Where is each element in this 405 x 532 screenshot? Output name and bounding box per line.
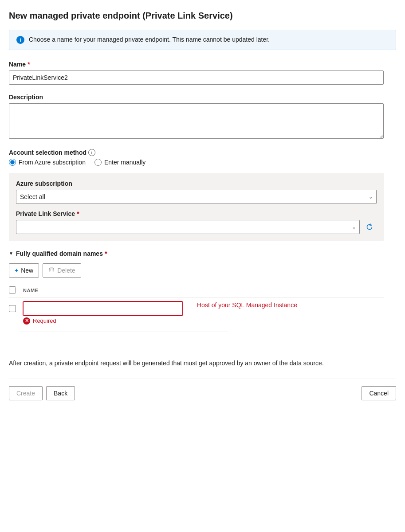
private-link-service-select-wrapper: ⌄	[16, 220, 360, 234]
azure-subscription-section: Azure subscription Select all ⌄ Private …	[9, 173, 384, 241]
radio-enter-manually-label: Enter manually	[104, 159, 145, 166]
cancel-button[interactable]: Cancel	[362, 386, 396, 400]
name-required-star: *	[28, 61, 30, 68]
required-error-text: Required	[33, 317, 56, 324]
plus-icon: +	[15, 267, 18, 274]
radio-from-azure[interactable]: From Azure subscription	[9, 159, 86, 166]
host-hint-text: Host of your SQL Managed Instance	[197, 301, 297, 309]
description-label: Description	[9, 94, 396, 101]
error-icon: ✕	[23, 317, 30, 325]
row-divider	[20, 332, 228, 332]
row-input-wrapper: Host of your SQL Managed Instance	[23, 301, 384, 316]
fqdn-toolbar: + New Delete	[9, 263, 396, 278]
private-link-service-label: Private Link Service *	[16, 210, 377, 217]
account-selection-radio-group: From Azure subscription Enter manually	[9, 159, 396, 166]
footer-note: After creation, a private endpoint reque…	[9, 359, 384, 368]
fqdn-table: NAME Host of your SQL Managed Instance ✕…	[9, 284, 384, 332]
table-select-all-checkbox[interactable]	[9, 286, 16, 293]
row-content: Host of your SQL Managed Instance ✕ Requ…	[23, 301, 384, 325]
azure-subscription-select-wrapper: Select all ⌄	[16, 190, 377, 204]
error-row: ✕ Required	[23, 317, 384, 325]
bottom-left-buttons: Create Back	[9, 386, 75, 400]
pls-required-star: *	[77, 210, 79, 217]
page-title: New managed private endpoint (Private Li…	[9, 11, 396, 21]
description-section: Description	[9, 94, 396, 140]
account-selection-info-icon[interactable]: i	[88, 149, 95, 156]
description-input[interactable]	[9, 103, 384, 139]
back-button[interactable]: Back	[46, 386, 75, 400]
row-checkbox[interactable]	[9, 305, 16, 312]
fqdn-header: ▼ Fully qualified domain names *	[9, 250, 396, 257]
bottom-toolbar: Create Back Cancel	[9, 379, 396, 400]
table-row: Host of your SQL Managed Instance ✕ Requ…	[9, 298, 384, 328]
account-selection-label: Account selection method i	[9, 149, 396, 156]
table-name-column-header: NAME	[23, 288, 384, 293]
name-section: Name *	[9, 61, 396, 85]
radio-enter-manually[interactable]: Enter manually	[94, 159, 145, 166]
svg-rect-1	[50, 267, 53, 267]
private-link-service-row: ⌄	[16, 220, 377, 234]
fqdn-title: Fully qualified domain names *	[16, 250, 107, 257]
new-button[interactable]: + New	[9, 263, 39, 278]
radio-from-azure-input[interactable]	[9, 159, 16, 166]
radio-from-azure-label: From Azure subscription	[19, 159, 86, 166]
azure-subscription-label: Azure subscription	[16, 180, 377, 187]
fqdn-section: ▼ Fully qualified domain names * + New D…	[9, 250, 396, 332]
name-label: Name *	[9, 61, 396, 68]
azure-subscription-select[interactable]: Select all	[16, 190, 377, 204]
delete-button[interactable]: Delete	[43, 263, 81, 278]
fqdn-required-star: *	[105, 250, 107, 257]
refresh-button[interactable]	[362, 220, 377, 234]
fqdn-row-input[interactable]	[23, 301, 183, 316]
info-banner: i Choose a name for your managed private…	[9, 30, 396, 50]
private-link-service-select[interactable]	[16, 220, 360, 234]
account-selection-section: Account selection method i From Azure su…	[9, 149, 396, 241]
name-input[interactable]	[9, 70, 384, 85]
trash-icon	[48, 266, 55, 274]
create-button[interactable]: Create	[9, 386, 43, 400]
fqdn-collapse-arrow-icon[interactable]: ▼	[9, 251, 13, 256]
radio-enter-manually-input[interactable]	[94, 159, 102, 166]
info-banner-text: Choose a name for your managed private e…	[29, 35, 270, 44]
info-icon: i	[16, 36, 24, 44]
table-header: NAME	[9, 284, 384, 298]
